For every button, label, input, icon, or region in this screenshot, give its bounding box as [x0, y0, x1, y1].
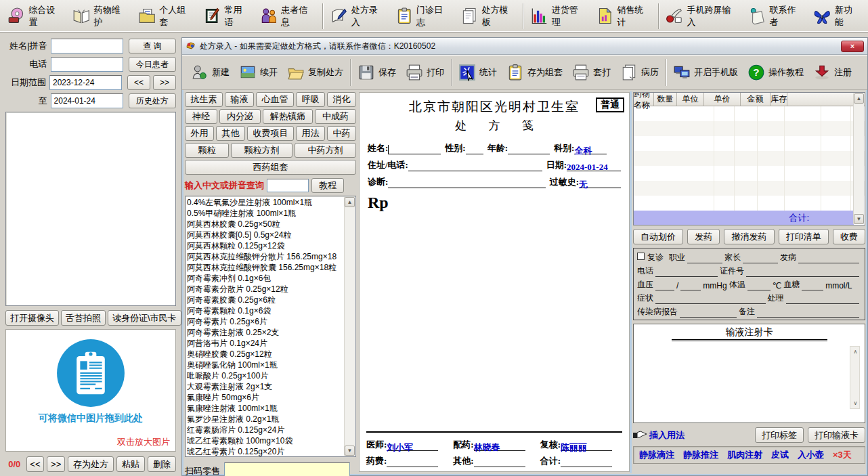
age-field[interactable] — [508, 145, 550, 154]
drug-list-scrollbar[interactable]: ▲ ▼ — [344, 197, 355, 456]
symptom-field[interactable] — [655, 295, 766, 304]
paste-button[interactable]: 粘贴 — [116, 456, 145, 472]
scroll-down-icon[interactable]: ∨ — [850, 398, 861, 408]
drug-list-item[interactable]: 阿奇霉素冲剂 0.1g×6包 — [187, 273, 343, 284]
phone2-field[interactable] — [655, 267, 718, 277]
infusion-card-scrollbar[interactable]: ∧ ∨ — [850, 346, 860, 409]
print-label-button[interactable]: 打印标签 — [755, 427, 804, 443]
date-next-button[interactable]: >> — [153, 75, 176, 90]
drug-list-item[interactable]: 阿莫西林胶囊 0.25g×50粒 — [187, 219, 343, 230]
scroll-up-icon[interactable]: ▲ — [345, 197, 355, 207]
table-row[interactable] — [634, 121, 865, 136]
drug-category-button[interactable]: 外用 — [185, 126, 214, 141]
batch-print-button[interactable]: 套打 — [567, 58, 615, 87]
usage-link[interactable]: 静脉推注 — [683, 449, 718, 461]
patient-result-list[interactable] — [5, 112, 176, 306]
tongue-photo-button[interactable]: 舌苔拍照 — [61, 310, 106, 326]
rx-body-blank[interactable] — [360, 212, 629, 431]
gender-field[interactable] — [466, 145, 483, 154]
scroll-down-icon[interactable]: ▼ — [854, 214, 864, 224]
drug-category-button[interactable]: 抗生素 — [185, 92, 223, 107]
handle-field[interactable] — [786, 295, 859, 304]
drug-list-item[interactable]: 阿莫西林颗粒 0.125g×12袋 — [187, 240, 343, 251]
sum-field[interactable] — [561, 458, 612, 467]
drug-list-item[interactable]: 阿奇霉素分散片 0.25g×12粒 — [187, 284, 343, 295]
temp-field[interactable] — [747, 281, 771, 290]
job-field[interactable] — [687, 254, 722, 263]
drug-list-item[interactable]: 阿莫西林克拉维酸钾分散片 156.25mg×18 — [187, 251, 343, 262]
column-header[interactable]: 单价 — [704, 93, 741, 106]
read-idcard-button[interactable]: 读身份证\市民卡 — [108, 310, 181, 326]
drug-category-button[interactable]: 颗粒 — [185, 143, 229, 158]
drug-list-item[interactable]: 阿奇霉素胶囊 0.25g×6粒 — [187, 295, 343, 305]
phone-input[interactable] — [51, 57, 123, 72]
drug-category-button[interactable]: 心血管 — [256, 92, 294, 107]
drug-list-item[interactable]: 奥硝唑氯化钠 100ml×1瓶 — [187, 360, 343, 370]
allergy-field[interactable]: 无 — [579, 179, 621, 188]
column-header[interactable]: 单位 — [677, 93, 704, 106]
toolbar-item-patient-info[interactable]: 患者信息 — [255, 2, 320, 30]
print-infusion-button[interactable]: 打印输液卡 — [808, 427, 865, 443]
drug-category-button[interactable]: 其他 — [216, 126, 245, 141]
drug-list-item[interactable]: 奥硝唑胶囊 0.25g×12粒 — [187, 349, 343, 360]
infusion-card[interactable]: 输液注射卡 ∧ ∨ — [633, 324, 865, 423]
tutorial-button[interactable]: ? 操作教程 — [743, 58, 808, 87]
toolbar-item-new-features[interactable]: 新功能 — [808, 2, 865, 30]
review-field[interactable]: 陈丽丽 — [561, 441, 612, 451]
continue-rx-button[interactable]: 续开 — [234, 58, 282, 87]
toolbar-item-contact-author[interactable]: 联系作者 — [743, 2, 808, 30]
charge-action-button[interactable]: 自动划价 — [633, 229, 683, 244]
column-header[interactable]: 金额 — [741, 93, 771, 106]
sugar-field[interactable] — [802, 281, 823, 290]
toolbar-item-personal-groups[interactable]: 个人组套 — [133, 2, 198, 30]
drug-category-button[interactable]: 中药方剂 — [295, 143, 356, 158]
drug-category-button[interactable]: 解热镇痛 — [263, 109, 313, 124]
days-multiplier-link[interactable]: ×3天 — [833, 449, 852, 461]
bp-sys-field[interactable] — [655, 281, 674, 290]
query-button[interactable]: 查 询 — [129, 39, 176, 53]
drug-category-button[interactable]: 呼吸 — [296, 92, 325, 107]
dept-field[interactable]: 全科 — [574, 145, 607, 154]
column-header[interactable]: 药物名称 — [634, 93, 654, 106]
infect-report-field[interactable] — [680, 308, 737, 318]
charge-table-scrollbar[interactable]: ▲ ▼ — [853, 93, 864, 224]
drug-list-item[interactable]: 琥乙红霉素颗粒 100mg×10袋 — [187, 435, 343, 446]
diagnosis-field[interactable] — [388, 179, 545, 188]
drug-list-item[interactable]: 阿昔洛韦片 0.1g×24片 — [187, 338, 343, 349]
tutorial-link-button[interactable]: 教程 — [311, 178, 344, 193]
register-button[interactable]: 注册 — [808, 58, 856, 87]
rx-type-badge[interactable]: 普通 — [596, 98, 624, 112]
drug-list-item[interactable]: 阿奇霉素注射液 0.25×2支 — [187, 327, 343, 338]
table-row[interactable] — [634, 196, 865, 211]
usage-link[interactable]: 肌肉注射 — [727, 449, 762, 461]
stats-button[interactable]: 统计 — [454, 58, 502, 87]
date-field[interactable]: 2024-01-24 — [567, 162, 621, 171]
drug-list-item[interactable]: 0.4%左氧氟沙星注射液 100ml×1瓶 — [187, 197, 343, 208]
date-to-input[interactable] — [51, 93, 123, 108]
medical-record-button[interactable]: 病历 — [615, 58, 664, 87]
history-rx-button[interactable]: 历史处方 — [129, 93, 176, 108]
drug-list-item[interactable]: 阿莫西林克拉维酸钾胶囊 156.25mg×18粒 — [187, 262, 343, 273]
drug-category-button[interactable]: 中成药 — [315, 109, 356, 124]
table-row[interactable] — [634, 166, 865, 181]
usage-link[interactable]: 皮试 — [771, 449, 789, 461]
other-field[interactable] — [474, 458, 525, 467]
drug-list-item[interactable]: 吡哌酸片 0.25g×100片 — [187, 370, 343, 381]
cert-field[interactable] — [746, 267, 859, 277]
name-pinyin-input[interactable] — [51, 39, 123, 53]
dispense-field[interactable]: 林晓春 — [474, 441, 525, 451]
delete-button[interactable]: 删除 — [148, 456, 176, 472]
usage-link[interactable]: 静脉滴注 — [639, 449, 674, 461]
new-rx-button[interactable]: 新建 — [186, 58, 234, 87]
window-titlebar[interactable]: 处方录入 - 如果需要定做处方格式，请联系作者微信：K20160502 × — [182, 38, 867, 55]
drug-category-button[interactable]: 输液 — [225, 92, 254, 107]
drug-list-item[interactable]: 琥乙红霉素片 0.125g×20片 — [187, 446, 343, 457]
wechat-image-drop-area[interactable]: 可将微信中图片拖到此处 双击放大图片 — [5, 329, 176, 452]
drug-list-item[interactable]: 阿莫西林胶囊[0.5] 0.5g×24粒 — [187, 230, 343, 240]
close-button[interactable]: × — [841, 41, 864, 52]
column-header[interactable]: 库存 — [771, 93, 787, 106]
save-button[interactable]: 保存 — [353, 58, 401, 87]
insert-usage-link[interactable]: 插入用法 — [633, 429, 685, 441]
toolbar-item-phone-input[interactable]: 手机跨屏输入 — [661, 2, 743, 30]
phone-version-button[interactable]: 开启手机版 — [668, 58, 743, 87]
